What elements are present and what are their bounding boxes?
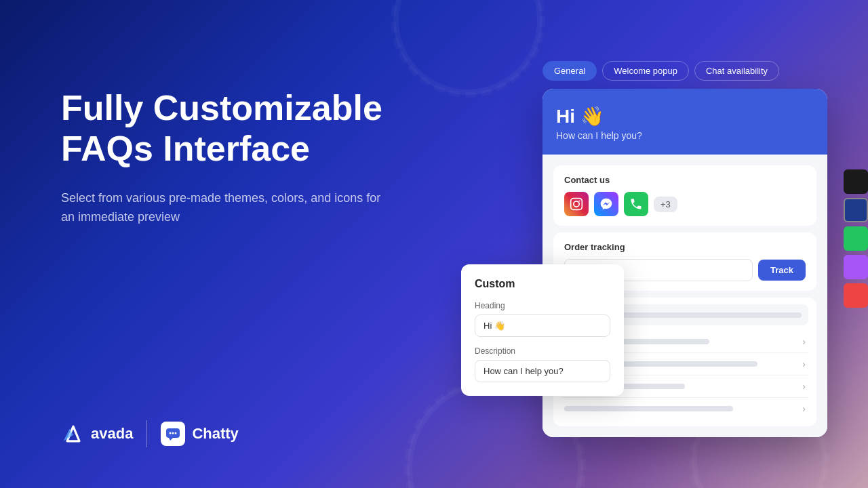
swatch-red[interactable]	[844, 283, 868, 308]
gear-decoration-tl	[393, 0, 542, 95]
swatch-dark-blue[interactable]	[844, 198, 868, 222]
logo-area: avada Chatty	[61, 420, 239, 447]
faq-line-4	[564, 406, 733, 411]
svg-point-3	[170, 432, 172, 434]
svg-point-5	[175, 432, 177, 434]
chatty-logo: Chatty	[161, 422, 238, 446]
right-area: General Welcome popup Chat availability …	[542, 61, 827, 437]
main-title: Fully Customizable FAQs Interface	[61, 88, 387, 169]
instagram-icon	[570, 197, 583, 211]
track-button[interactable]: Track	[758, 260, 806, 281]
faq-chevron-2: ›	[802, 359, 806, 369]
phone-icon	[629, 197, 643, 211]
custom-panel: Custom Heading Description	[461, 264, 624, 396]
messenger-button[interactable]	[594, 192, 618, 216]
tracking-label: Order tracking	[564, 242, 806, 252]
chatty-chat-icon	[165, 426, 181, 442]
subtitle-text: Select from various pre-made themes, col…	[61, 188, 387, 228]
social-icons-row: +3	[564, 192, 806, 216]
color-swatches	[844, 169, 868, 308]
faq-chevron-1: ›	[802, 336, 806, 347]
widget-greeting: Hi 👋	[556, 105, 814, 127]
more-contacts-badge[interactable]: +3	[654, 197, 677, 212]
swatch-green[interactable]	[844, 226, 868, 251]
widget-header: Hi 👋 How can I help you?	[542, 89, 827, 155]
tab-chat-availability[interactable]: Chat availability	[694, 61, 779, 81]
avada-icon	[61, 422, 85, 446]
phone-button[interactable]	[624, 192, 648, 216]
messenger-icon	[599, 197, 613, 211]
instagram-button[interactable]	[564, 192, 589, 216]
avada-logo: avada	[61, 422, 133, 446]
logo-divider	[146, 420, 147, 447]
svg-point-4	[172, 432, 174, 434]
svg-point-7	[574, 201, 579, 207]
avada-text: avada	[91, 425, 133, 443]
faq-chevron-3: ›	[802, 381, 806, 392]
svg-rect-6	[571, 199, 583, 210]
contact-label: Contact us	[564, 175, 806, 185]
heading-label: Heading	[475, 301, 610, 310]
chatty-icon	[161, 422, 185, 446]
swatch-purple[interactable]	[844, 255, 868, 279]
chatty-text: Chatty	[192, 425, 238, 443]
description-input[interactable]	[475, 360, 610, 382]
tab-bar: General Welcome popup Chat availability	[542, 61, 827, 81]
contact-section: Contact us	[553, 165, 816, 226]
tab-general[interactable]: General	[542, 61, 597, 81]
left-content: Fully Customizable FAQs Interface Select…	[61, 88, 387, 227]
svg-point-8	[579, 200, 580, 201]
tab-welcome-popup[interactable]: Welcome popup	[602, 61, 689, 81]
faq-chevron-4: ›	[802, 403, 806, 414]
widget-subtitle: How can I help you?	[556, 130, 814, 141]
description-label: Description	[475, 346, 610, 356]
custom-panel-title: Custom	[475, 278, 610, 290]
faq-item-4[interactable]: ›	[561, 398, 808, 420]
heading-input[interactable]	[475, 314, 610, 337]
swatch-black[interactable]	[844, 169, 868, 194]
